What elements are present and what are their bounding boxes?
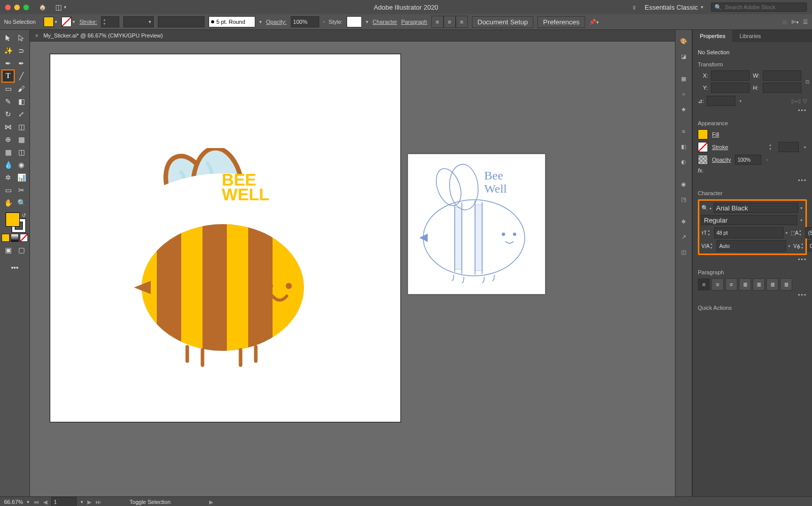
curvature-tool-icon[interactable]: ✒ bbox=[15, 57, 27, 69]
fullscreen-window-icon[interactable] bbox=[23, 5, 29, 10]
artboards-panel-icon[interactable]: ◫ bbox=[678, 246, 690, 258]
drawing-mode-icon[interactable]: ▣ bbox=[2, 244, 14, 256]
blend-tool-icon[interactable]: ◉ bbox=[15, 159, 27, 171]
stroke-weight-input[interactable]: ▴▾ bbox=[101, 16, 119, 27]
flip-v-icon[interactable]: ▽ bbox=[803, 98, 807, 104]
first-artboard-icon[interactable]: ⏮ bbox=[33, 499, 39, 505]
opacity-label-prop[interactable]: Opacity bbox=[712, 157, 731, 163]
isolate-icon[interactable]: ▦ bbox=[782, 19, 787, 25]
pin-icon[interactable]: 📌▾ bbox=[589, 19, 599, 25]
minimize-window-icon[interactable] bbox=[14, 5, 20, 10]
last-artboard-icon[interactable]: ⏭ bbox=[95, 499, 101, 505]
brush-definition[interactable]: 5 pt. Round bbox=[209, 16, 255, 27]
type-tool-icon[interactable]: T bbox=[2, 70, 14, 82]
transform-more-icon[interactable]: ••• bbox=[698, 106, 807, 114]
w-input[interactable] bbox=[763, 70, 801, 81]
width-tool-icon[interactable]: ⋈ bbox=[2, 121, 14, 133]
color-gradient-icon[interactable] bbox=[11, 234, 19, 242]
opacity-input[interactable]: 100% bbox=[291, 16, 319, 27]
column-graph-tool-icon[interactable]: 📊 bbox=[15, 171, 27, 184]
arrange-documents-menu[interactable]: ◫ ▾ bbox=[55, 3, 66, 11]
symbols-panel-icon[interactable]: ♣ bbox=[678, 103, 690, 115]
zoom-value[interactable]: 66.67% bbox=[4, 499, 23, 505]
lasso-tool-icon[interactable]: ⊃ bbox=[15, 45, 27, 57]
prev-artboard-icon[interactable]: ◀ bbox=[43, 499, 47, 505]
artboard-tool-icon[interactable]: ▭ bbox=[2, 184, 14, 196]
status-flyout-icon[interactable]: ▶ bbox=[209, 499, 213, 505]
rectangle-tool-icon[interactable]: ▭ bbox=[2, 83, 14, 95]
fill-color-control[interactable]: ▾ bbox=[44, 17, 57, 27]
home-icon[interactable]: 🏠 bbox=[39, 4, 46, 11]
stroke-weight-prop[interactable] bbox=[779, 142, 799, 152]
canvas[interactable]: BEE WELL bbox=[30, 42, 675, 496]
para-align-center-icon[interactable]: ≡ bbox=[712, 278, 724, 291]
y-input[interactable] bbox=[711, 83, 750, 93]
preferences-button[interactable]: Preferences bbox=[537, 16, 585, 28]
direct-selection-tool-icon[interactable] bbox=[15, 32, 27, 44]
opacity-swatch-icon[interactable] bbox=[698, 155, 708, 165]
bee-text-object[interactable]: BEE WELL bbox=[222, 172, 269, 202]
stroke-color-control[interactable]: ▾ bbox=[61, 17, 75, 27]
stroke-swatch-prop[interactable] bbox=[698, 142, 708, 152]
fill-swatch-prop[interactable] bbox=[698, 129, 708, 139]
mesh-tool-icon[interactable]: ▦ bbox=[2, 146, 14, 158]
shaper-tool-icon[interactable]: ✎ bbox=[2, 95, 14, 107]
brushes-panel-icon[interactable]: ⟐ bbox=[678, 88, 690, 100]
font-search-icon[interactable]: 🔍▾ bbox=[701, 205, 713, 211]
font-size-input[interactable] bbox=[714, 227, 784, 238]
graphic-styles-panel-icon[interactable]: ◳ bbox=[678, 193, 690, 205]
align-left-icon[interactable]: ≡ bbox=[431, 16, 444, 28]
search-stock[interactable]: 🔍 bbox=[711, 3, 807, 12]
list-icon[interactable]: ☰ bbox=[803, 19, 808, 25]
document-tab[interactable]: × My_Sticker.ai* @ 66.67% (CMYK/GPU Prev… bbox=[30, 30, 675, 42]
fill-label[interactable]: Fill bbox=[712, 131, 719, 137]
opacity-value-prop[interactable] bbox=[735, 155, 761, 165]
free-transform-tool-icon[interactable]: ◫ bbox=[15, 121, 27, 133]
color-solid-icon[interactable] bbox=[2, 234, 10, 242]
fill-swatch[interactable] bbox=[6, 212, 20, 227]
eraser-tool-icon[interactable]: ◧ bbox=[15, 95, 27, 107]
para-justify-right-icon[interactable]: ≣ bbox=[766, 278, 779, 291]
asset-export-panel-icon[interactable]: ↗ bbox=[678, 231, 690, 243]
angle-input[interactable] bbox=[707, 96, 735, 106]
stroke-panel-icon[interactable]: ≡ bbox=[678, 125, 690, 137]
para-align-right-icon[interactable]: ≡ bbox=[725, 278, 737, 291]
appearance-panel-icon[interactable]: ◉ bbox=[678, 178, 690, 190]
slice-tool-icon[interactable]: ✂ bbox=[15, 184, 27, 196]
zoom-tool-icon[interactable]: 🔍 bbox=[15, 197, 27, 209]
close-window-icon[interactable] bbox=[5, 5, 11, 10]
font-family-input[interactable] bbox=[714, 203, 798, 213]
learn-icon[interactable]: ♀ bbox=[631, 3, 637, 12]
next-artboard-icon[interactable]: ▶ bbox=[87, 499, 91, 505]
paintbrush-tool-icon[interactable]: 🖌 bbox=[15, 83, 27, 95]
align-center-icon[interactable]: ≡ bbox=[444, 16, 456, 28]
gradient-tool-icon[interactable]: ◫ bbox=[15, 146, 27, 158]
paragraph-panel-link[interactable]: Paragraph bbox=[401, 19, 427, 25]
close-tab-icon[interactable]: × bbox=[35, 32, 38, 39]
stroke-label[interactable]: Stroke: bbox=[79, 19, 97, 25]
x-input[interactable] bbox=[711, 70, 750, 81]
fill-stroke-control[interactable]: ↺ bbox=[4, 212, 26, 232]
pen-tool-icon[interactable]: ✒ bbox=[2, 57, 14, 69]
gradient-panel-icon[interactable]: ◧ bbox=[678, 140, 690, 153]
paragraph-more-icon[interactable]: ••• bbox=[698, 291, 807, 299]
rotate-tool-icon[interactable]: ↻ bbox=[2, 108, 14, 120]
swap-fill-stroke-icon[interactable]: ↺ bbox=[22, 212, 26, 218]
search-stock-input[interactable] bbox=[724, 4, 803, 11]
document-setup-button[interactable]: Document Setup bbox=[472, 16, 533, 28]
tab-libraries[interactable]: Libraries bbox=[732, 30, 768, 42]
shape-builder-tool-icon[interactable]: ⊕ bbox=[2, 133, 14, 146]
align-to-icon[interactable]: ⊫▾ bbox=[791, 19, 799, 25]
layers-panel-icon[interactable]: ❖ bbox=[678, 215, 690, 228]
flip-h-icon[interactable]: ▷◁ bbox=[792, 98, 800, 104]
symbol-sprayer-tool-icon[interactable]: ✲ bbox=[2, 171, 14, 184]
align-right-icon[interactable]: ≡ bbox=[456, 16, 468, 28]
screen-mode-icon[interactable]: ▢ bbox=[15, 244, 27, 256]
brush-preview[interactable] bbox=[158, 16, 205, 27]
tab-properties[interactable]: Properties bbox=[693, 30, 732, 42]
tracking-input[interactable] bbox=[807, 240, 812, 251]
para-justify-all-icon[interactable]: ≣ bbox=[780, 278, 792, 291]
workspace-switcher[interactable]: Essentials Classic▾ bbox=[645, 4, 703, 11]
selection-tool-icon[interactable] bbox=[2, 32, 14, 44]
opacity-flyout[interactable]: › bbox=[323, 19, 325, 24]
